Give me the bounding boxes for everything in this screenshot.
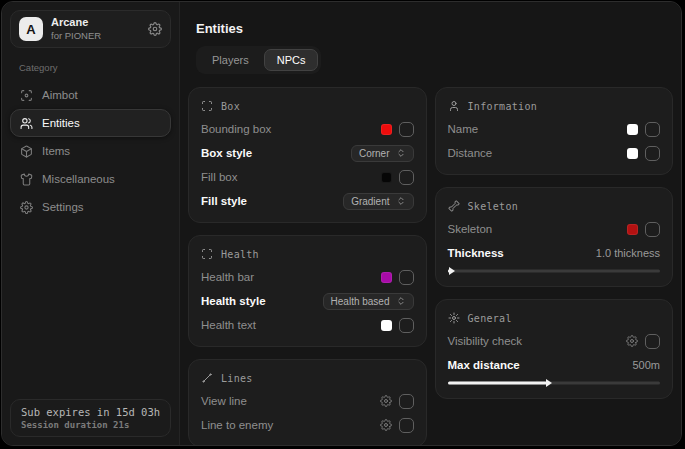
sidebar-item-label: Miscellaneous: [42, 173, 115, 185]
row-label: Visibility check: [448, 335, 523, 347]
items-package-icon: [20, 145, 33, 158]
row-thickness: Thickness1.0 thickness: [448, 242, 661, 264]
scan-brackets-icon: [201, 248, 213, 260]
card-health: HealthHealth barHealth styleHealth based…: [188, 235, 427, 347]
dropdown-value: Corner: [359, 148, 390, 159]
card-title: Health: [221, 249, 259, 260]
row-label: Health style: [201, 295, 266, 307]
row-name: Name: [448, 118, 661, 140]
config-gear-icon[interactable]: [626, 335, 638, 347]
sidebar-item-entities[interactable]: Entities: [10, 109, 171, 137]
row-controls: [381, 170, 414, 185]
card-header: Lines: [201, 368, 414, 388]
scan-brackets-icon: [201, 100, 213, 112]
checkbox[interactable]: [645, 146, 660, 161]
checkbox[interactable]: [645, 334, 660, 349]
card-title: Box: [221, 101, 240, 112]
dropdown-box-style[interactable]: Corner: [351, 145, 414, 162]
sidebar-item-label: Items: [42, 145, 70, 157]
row-label: Fill box: [201, 171, 237, 183]
card-header: Box: [201, 96, 414, 116]
row-value: 500m: [632, 359, 660, 371]
card-title: Lines: [221, 373, 253, 384]
row-controls: [381, 318, 414, 333]
row-label: Bounding box: [201, 123, 271, 135]
color-swatch[interactable]: [381, 272, 392, 283]
checkbox[interactable]: [645, 222, 660, 237]
row-visibility-check: Visibility check: [448, 330, 661, 352]
config-gear-icon[interactable]: [380, 419, 392, 431]
card-header: Health: [201, 244, 414, 264]
sidebar-item-label: Aimbot: [42, 89, 78, 101]
column-left: BoxBounding boxBox styleCornerFill boxFi…: [188, 87, 427, 446]
column-right: InformationNameDistanceSkeletonSkeletonT…: [435, 87, 674, 446]
checkbox[interactable]: [399, 318, 414, 333]
row-controls: 1.0 thickness: [596, 247, 660, 259]
row-line-to-enemy: Line to enemy: [201, 414, 414, 436]
row-distance: Distance: [448, 142, 661, 164]
page-title: Entities: [196, 21, 673, 36]
checkbox[interactable]: [399, 122, 414, 137]
card-box: BoxBounding boxBox styleCornerFill boxFi…: [188, 87, 427, 223]
color-swatch[interactable]: [381, 172, 392, 183]
row-view-line: View line: [201, 390, 414, 412]
row-value: 1.0 thickness: [596, 247, 660, 259]
checkbox[interactable]: [399, 418, 414, 433]
checkbox[interactable]: [645, 122, 660, 137]
row-controls: [381, 122, 414, 137]
tab-npcs[interactable]: NPCs: [264, 49, 319, 71]
checkbox[interactable]: [399, 170, 414, 185]
row-controls: [627, 122, 660, 137]
row-fill-box: Fill box: [201, 166, 414, 188]
color-swatch[interactable]: [627, 124, 638, 135]
card-title: Skeleton: [468, 201, 519, 212]
sidebar-item-label: Settings: [42, 201, 84, 213]
card-header: Information: [448, 96, 661, 116]
row-box-style: Box styleCorner: [201, 142, 414, 164]
subscription-card: Sub expires in 15d 03h Session duration …: [10, 399, 171, 437]
sidebar-item-settings[interactable]: Settings: [10, 193, 171, 221]
sidebar: A Arcane for PIONER Category AimbotEntit…: [2, 2, 180, 445]
chevrons-up-down-icon: [396, 296, 406, 306]
color-swatch[interactable]: [381, 124, 392, 135]
slider-thickness[interactable]: [448, 266, 661, 276]
dropdown-health-style[interactable]: Health based: [323, 293, 414, 310]
diagonal-line-icon: [201, 372, 213, 384]
sidebar-item-label: Entities: [42, 117, 80, 129]
row-bounding-box: Bounding box: [201, 118, 414, 140]
color-swatch[interactable]: [627, 224, 638, 235]
color-swatch[interactable]: [627, 148, 638, 159]
row-controls: Gradient: [343, 193, 413, 210]
row-controls: [626, 334, 660, 349]
row-label: View line: [201, 395, 247, 407]
row-health-bar: Health bar: [201, 266, 414, 288]
row-label: Distance: [448, 147, 493, 159]
row-label: Max distance: [448, 359, 520, 371]
row-label: Name: [448, 123, 479, 135]
app-window: A Arcane for PIONER Category AimbotEntit…: [1, 1, 682, 446]
row-health-text: Health text: [201, 314, 414, 336]
dropdown-value: Health based: [331, 296, 390, 307]
config-gear-icon[interactable]: [380, 395, 392, 407]
slider-track: [448, 270, 661, 273]
app-name: Arcane: [51, 16, 101, 30]
slider-max-distance[interactable]: [448, 378, 661, 388]
sidebar-item-items[interactable]: Items: [10, 137, 171, 165]
slider-handle[interactable]: [546, 379, 552, 387]
sidebar-item-aimbot[interactable]: Aimbot: [10, 81, 171, 109]
dropdown-fill-style[interactable]: Gradient: [343, 193, 413, 210]
row-controls: [627, 222, 660, 237]
card-title: Information: [468, 101, 538, 112]
row-label: Skeleton: [448, 223, 493, 235]
slider-handle[interactable]: [449, 267, 455, 275]
card-lines: LinesView lineLine to enemy: [188, 359, 427, 446]
main-panel: Entities PlayersNPCs BoxBounding boxBox …: [180, 2, 681, 445]
row-health-style: Health styleHealth based: [201, 290, 414, 312]
tab-players[interactable]: Players: [199, 49, 262, 71]
row-label: Fill style: [201, 195, 247, 207]
settings-gear-icon[interactable]: [148, 22, 162, 36]
color-swatch[interactable]: [381, 320, 392, 331]
sidebar-item-miscellaneous[interactable]: Miscellaneous: [10, 165, 171, 193]
checkbox[interactable]: [399, 394, 414, 409]
checkbox[interactable]: [399, 270, 414, 285]
